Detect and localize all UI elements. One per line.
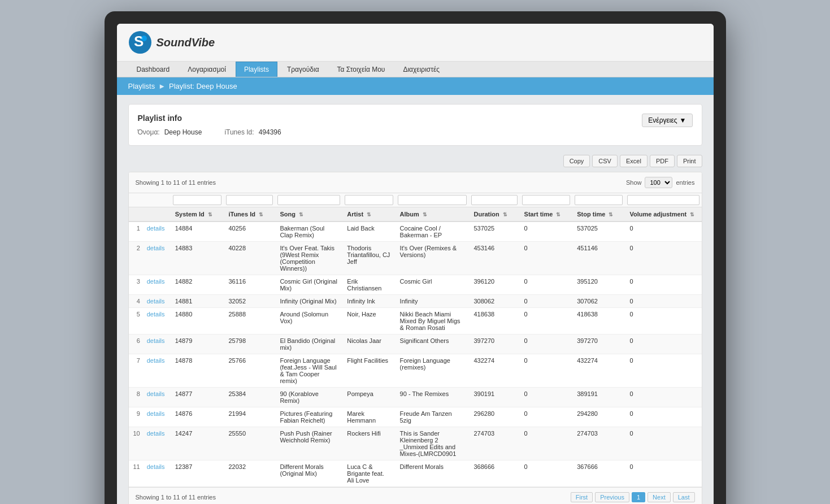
row-itunes-id: 25550 <box>224 427 275 460</box>
nav-item-songs[interactable]: Τραγούδια <box>279 62 328 77</box>
sort-icon-itunes-id: ⇅ <box>259 212 263 218</box>
nav-item-dashboard[interactable]: Dashboard <box>128 62 179 77</box>
col-itunes-id[interactable]: iTunes Id ⇅ <box>224 207 275 222</box>
row-system-id: 14883 <box>171 242 224 275</box>
main-content: Playlist info Όνομα: Deep House iTunes I… <box>117 95 714 504</box>
row-album: Cosmic Girl <box>396 275 470 295</box>
row-volume-adj: 0 <box>625 242 701 275</box>
row-artist: Noir, Haze <box>342 308 395 334</box>
col-stop-time[interactable]: Stop time ⇅ <box>572 207 625 222</box>
row-system-id: 14876 <box>171 407 224 427</box>
row-volume-adj: 0 <box>625 388 701 407</box>
row-stop-time: 367666 <box>572 460 625 487</box>
details-link[interactable]: details <box>147 357 165 364</box>
page-1-button[interactable]: 1 <box>632 492 645 502</box>
filter-itunes-id[interactable] <box>226 195 273 205</box>
row-stop-time: 395120 <box>572 275 625 295</box>
row-link-cell: details <box>142 407 171 427</box>
filter-song[interactable] <box>277 195 340 205</box>
sort-icon-song: ⇅ <box>299 212 303 218</box>
row-duration: 418638 <box>469 308 519 334</box>
col-album[interactable]: Album ⇅ <box>396 207 470 222</box>
filter-artist[interactable] <box>345 195 393 205</box>
app-name: SoundVibe <box>157 36 215 49</box>
row-num: 5 <box>129 308 142 334</box>
table-row: 8 details 14877 25384 90 (Korablove Remi… <box>129 388 702 407</box>
details-link[interactable]: details <box>147 463 165 470</box>
nav-item-playlists[interactable]: Playlists <box>236 62 277 77</box>
actions-button[interactable]: Ενέργειες ▼ <box>642 114 692 127</box>
row-volume-adj: 0 <box>625 407 701 427</box>
row-link-cell: details <box>142 334 171 354</box>
table-footer: Showing 1 to 11 of 11 entries First Prev… <box>129 487 702 504</box>
row-itunes-id: 25766 <box>224 354 275 388</box>
show-entries-select[interactable]: 100 25 50 <box>645 177 672 188</box>
row-volume-adj: 0 <box>625 295 701 308</box>
pdf-button[interactable]: PDF <box>650 155 675 167</box>
show-label: Show <box>626 179 642 186</box>
page-next-button[interactable]: Next <box>648 492 671 502</box>
csv-button[interactable]: CSV <box>592 155 618 167</box>
row-itunes-id: 40228 <box>224 242 275 275</box>
row-song: Around (Solomun Vox) <box>275 308 342 334</box>
details-link[interactable]: details <box>147 245 165 251</box>
page-first-button[interactable]: First <box>571 492 593 502</box>
row-volume-adj: 0 <box>625 460 701 487</box>
details-link[interactable]: details <box>147 298 165 305</box>
row-start-time: 0 <box>520 334 573 354</box>
sort-icon-volume-adj: ⇅ <box>690 212 694 218</box>
breadcrumb-parent-link[interactable]: Playlists <box>128 82 155 90</box>
row-itunes-id: 25384 <box>224 388 275 407</box>
details-link[interactable]: details <box>147 337 165 344</box>
filter-duration[interactable] <box>471 195 517 205</box>
table-row: 3 details 14882 36116 Cosmic Girl (Origi… <box>129 275 702 295</box>
row-song: 90 (Korablove Remix) <box>275 388 342 407</box>
row-duration: 390191 <box>469 388 519 407</box>
print-button[interactable]: Print <box>677 155 702 167</box>
col-artist[interactable]: Artist ⇅ <box>342 207 395 222</box>
filter-volume-adj[interactable] <box>627 195 699 205</box>
page-last-button[interactable]: Last <box>673 492 695 502</box>
details-link[interactable]: details <box>147 390 165 397</box>
row-itunes-id: 21994 <box>224 407 275 427</box>
row-volume-adj: 0 <box>625 308 701 334</box>
row-artist: Thodoris Triantafillou, CJ Jeff <box>342 242 395 275</box>
row-stop-time: 397270 <box>572 334 625 354</box>
details-link[interactable]: details <box>147 430 165 437</box>
excel-button[interactable]: Excel <box>620 155 648 167</box>
nav-item-managers[interactable]: Διαχειριστές <box>394 62 448 77</box>
details-link[interactable]: details <box>147 311 165 318</box>
playlist-name-value: Deep House <box>164 128 202 136</box>
col-system-id[interactable]: System Id ⇅ <box>171 207 224 222</box>
col-link <box>142 207 171 222</box>
row-system-id: 14880 <box>171 308 224 334</box>
row-num: 6 <box>129 334 142 354</box>
filter-album[interactable] <box>398 195 467 205</box>
col-start-time[interactable]: Start time ⇅ <box>520 207 573 222</box>
row-artist: Erik Christiansen <box>342 275 395 295</box>
filter-start-time[interactable] <box>522 195 571 205</box>
row-num: 9 <box>129 407 142 427</box>
row-link-cell: details <box>142 388 171 407</box>
col-volume-adj[interactable]: Volume adjustment ⇅ <box>625 207 701 222</box>
row-itunes-id: 32052 <box>224 295 275 308</box>
filter-stop-time[interactable] <box>575 195 623 205</box>
nav-item-accounts[interactable]: Λογαριασμοί <box>179 62 234 77</box>
row-song: Cosmic Girl (Original Mix) <box>275 275 342 295</box>
details-link[interactable]: details <box>147 278 165 285</box>
copy-button[interactable]: Copy <box>563 155 590 167</box>
logo-container: S SoundVibe <box>128 31 215 54</box>
col-duration[interactable]: Duration ⇅ <box>469 207 519 222</box>
details-link[interactable]: details <box>147 410 165 417</box>
details-link[interactable]: details <box>147 225 165 232</box>
col-song[interactable]: Song ⇅ <box>275 207 342 222</box>
table-row: 7 details 14878 25766 Foreign Language (… <box>129 354 702 388</box>
nav-item-my-details[interactable]: Τα Στοιχεία Μου <box>329 62 394 77</box>
filter-system-id[interactable] <box>173 195 222 205</box>
page-previous-button[interactable]: Previous <box>595 492 629 502</box>
row-system-id: 14247 <box>171 427 224 460</box>
app-wrapper: S SoundVibe Dashboard Λογαριασμοί Playli… <box>117 24 714 504</box>
row-artist: Marek Hemmann <box>342 407 395 427</box>
app-header: S SoundVibe <box>117 24 714 62</box>
row-link-cell: details <box>142 295 171 308</box>
